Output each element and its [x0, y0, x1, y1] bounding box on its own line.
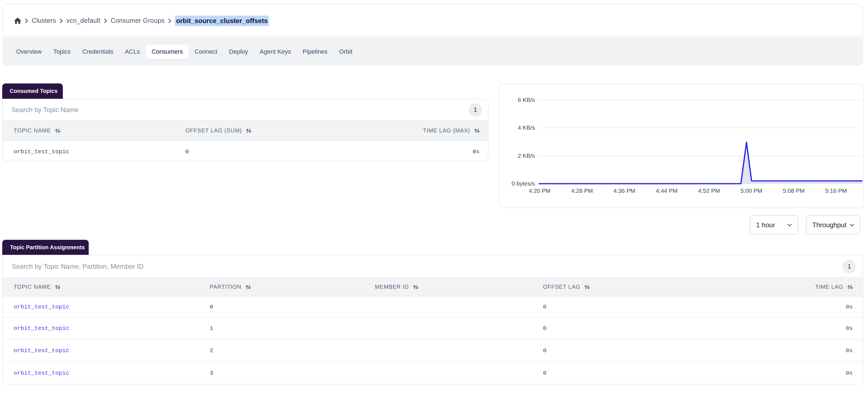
- svg-text:5:16 PM: 5:16 PM: [825, 187, 847, 194]
- svg-text:2 KB/s: 2 KB/s: [518, 152, 535, 159]
- svg-text:4:52 PM: 4:52 PM: [698, 187, 720, 194]
- svg-text:4:36 PM: 4:36 PM: [613, 187, 635, 194]
- svg-text:6 KB/s: 6 KB/s: [518, 96, 535, 103]
- svg-text:5:00 PM: 5:00 PM: [740, 187, 762, 194]
- svg-text:4:28 PM: 4:28 PM: [571, 187, 593, 194]
- svg-text:0 bytes/s: 0 bytes/s: [512, 180, 535, 187]
- svg-text:4:20 PM: 4:20 PM: [529, 187, 551, 194]
- svg-text:4 KB/s: 4 KB/s: [518, 124, 535, 131]
- svg-text:5:08 PM: 5:08 PM: [783, 187, 805, 194]
- svg-text:4:44 PM: 4:44 PM: [656, 187, 678, 194]
